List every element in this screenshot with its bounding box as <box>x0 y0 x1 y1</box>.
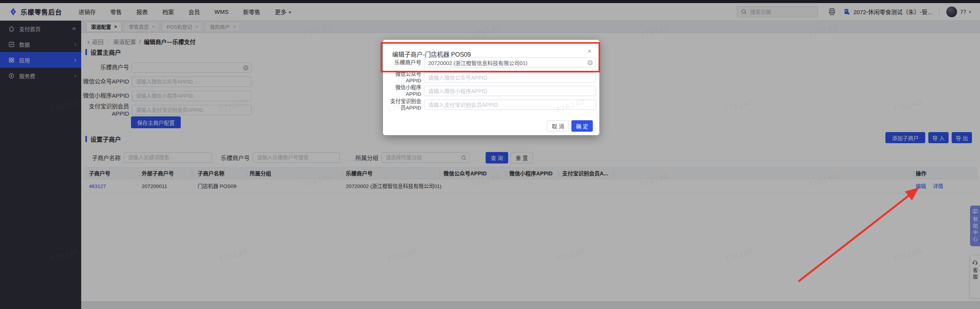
app-window: 乐檬零售后台 进销存 零售 报表 档案 会员 WMS 新零售 更多 ▼ <box>0 0 980 309</box>
modal-field-wx-public: 微信公众号APPID <box>383 71 596 84</box>
modal-close-icon[interactable]: × <box>587 47 592 55</box>
edit-sub-merchant-modal: 编辑子商户-门店机器 POS09 × 乐檬商户号 ✕ 微信公众号APPID 微信… <box>383 40 599 135</box>
modal-field-alipay: 支付宝识别会员APPID <box>383 98 596 111</box>
modal-field-wx-mini: 微信小程序APPID <box>383 85 596 98</box>
modal-field-lemon-id: 乐檬商户号 ✕ <box>383 57 596 68</box>
modal-cancel-button[interactable]: 取 消 <box>547 120 569 132</box>
modal-alipay-input[interactable] <box>428 102 586 108</box>
clear-icon[interactable]: ✕ <box>587 60 593 65</box>
modal-lemon-id-input[interactable] <box>428 60 586 66</box>
modal-wx-mini-input[interactable] <box>428 88 586 94</box>
modal-confirm-button[interactable]: 确 定 <box>571 120 593 132</box>
modal-wx-public-input[interactable] <box>428 75 586 81</box>
